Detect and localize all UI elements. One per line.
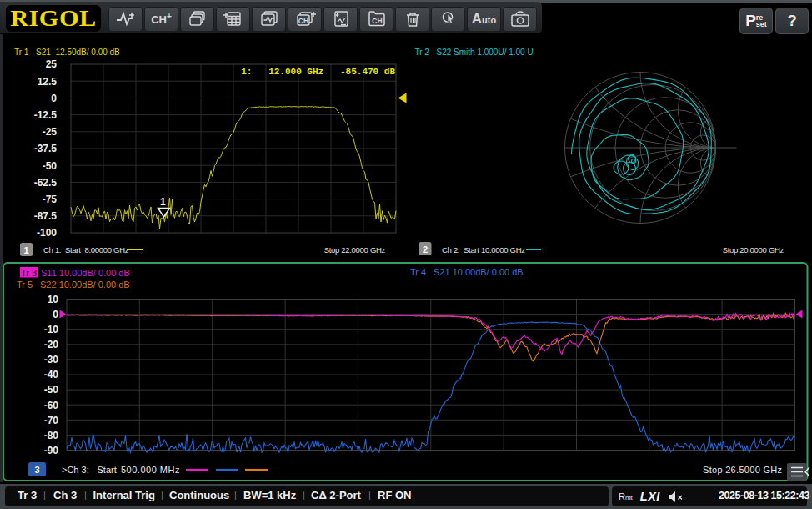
svg-text:-80: -80	[44, 430, 59, 441]
svg-text:-62.5: -62.5	[34, 177, 58, 189]
svg-text:Tr 2: Tr 2	[415, 48, 430, 57]
svg-text:0: 0	[51, 93, 57, 104]
svg-text:-50: -50	[44, 384, 59, 396]
svg-text:-37.5: -37.5	[34, 143, 58, 154]
svg-text:-30: -30	[44, 354, 59, 365]
svg-text:-25: -25	[43, 126, 58, 138]
svg-text:-75: -75	[43, 194, 58, 205]
svg-text:-20: -20	[44, 339, 59, 350]
svg-text:-90: -90	[44, 445, 59, 456]
svg-text:-60: -60	[44, 400, 59, 411]
svg-text:Stop 26.5000 GHz: Stop 26.5000 GHz	[703, 465, 782, 475]
svg-text:3: 3	[34, 465, 39, 475]
svg-text:S22 10.00dB/ 0.00 dB: S22 10.00dB/ 0.00 dB	[40, 280, 130, 290]
svg-text:1: 12.000 GHz -85.470 dB: 1: 12.000 GHz -85.470 dB	[241, 67, 395, 77]
svg-text:S11 10.00dB/ 0.00 dB: S11 10.00dB/ 0.00 dB	[41, 268, 130, 278]
svg-text:25: 25	[46, 58, 58, 70]
svg-text:Ch 1:: Ch 1:	[43, 245, 61, 254]
svg-text:1: 1	[23, 245, 28, 255]
svg-text:1: 1	[160, 196, 166, 208]
svg-text:500.000 MHz: 500.000 MHz	[121, 465, 180, 475]
svg-text:Start: Start	[65, 245, 81, 254]
svg-text:-50: -50	[43, 160, 58, 172]
svg-text:Start: Start	[464, 245, 479, 254]
svg-text:Tr 4: Tr 4	[410, 267, 426, 277]
svg-text:Stop 20.0000 GHz: Stop 20.0000 GHz	[723, 245, 784, 254]
svg-text:-70: -70	[44, 415, 59, 426]
svg-text:-10: -10	[44, 324, 59, 335]
svg-text:S21 10.00dB/ 0.00 dB: S21 10.00dB/ 0.00 dB	[434, 267, 524, 277]
svg-text:8.00000 GHz: 8.00000 GHz	[85, 245, 129, 254]
svg-text:Tr 5: Tr 5	[17, 280, 33, 290]
svg-text:Tr 1: Tr 1	[14, 48, 29, 57]
svg-text:CH: CH	[298, 17, 308, 25]
svg-text:-40: -40	[44, 369, 59, 380]
svg-text:>Ch 3:: >Ch 3:	[62, 465, 89, 475]
svg-text:10: 10	[48, 294, 59, 305]
svg-text:Ch 2:: Ch 2:	[442, 245, 459, 254]
svg-text:S21: S21	[36, 48, 51, 57]
svg-text:S22 Smith 1.000U/ 1.00 U: S22 Smith 1.000U/ 1.00 U	[437, 48, 534, 57]
svg-text:-87.5: -87.5	[34, 210, 58, 222]
svg-text:-12.5: -12.5	[34, 109, 58, 121]
svg-text:2: 2	[423, 244, 428, 254]
svg-text:Start: Start	[98, 465, 117, 475]
svg-text:-100: -100	[37, 227, 57, 239]
svg-text:0: 0	[53, 309, 58, 320]
svg-text:12.50dB/ 0.00 dB: 12.50dB/ 0.00 dB	[56, 48, 121, 57]
svg-text:CH: CH	[372, 17, 382, 25]
svg-text:Stop 22.0000 GHz: Stop 22.0000 GHz	[324, 245, 386, 254]
svg-text:10.0000 GHz: 10.0000 GHz	[481, 245, 525, 254]
svg-text:Tr 3: Tr 3	[21, 268, 37, 278]
svg-text:12.5: 12.5	[38, 76, 58, 88]
